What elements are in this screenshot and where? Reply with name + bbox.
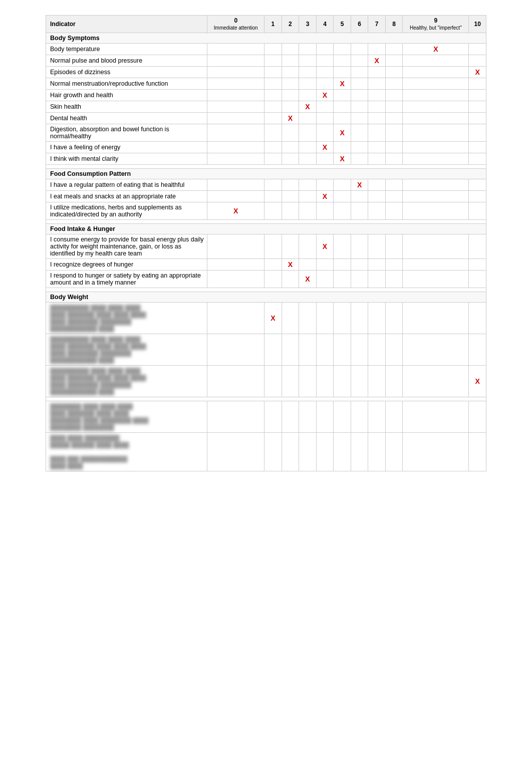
col-2: 2 (282, 16, 299, 33)
score-cell (264, 113, 282, 124)
score-cell (368, 366, 386, 397)
score-cell (316, 401, 334, 433)
score-cell (334, 271, 351, 288)
score-cell (299, 191, 317, 202)
score-cell (207, 179, 264, 191)
blurred-indicator-cell: ████ ████ ██████████████ ██████ ████ ███… (46, 433, 207, 471)
score-cell (351, 271, 368, 288)
score-cell (282, 124, 299, 142)
score-cell (207, 334, 264, 366)
score-cell (334, 303, 351, 334)
score-cell (316, 78, 334, 90)
score-cell (207, 153, 264, 165)
indicator-cell: Hair growth and health (46, 90, 207, 101)
score-cell (282, 366, 299, 397)
score-cell (316, 259, 334, 271)
score-cell (264, 44, 282, 55)
score-cell (351, 55, 368, 67)
spacer-row (46, 288, 486, 292)
score-cell (207, 303, 264, 334)
score-cell (316, 271, 334, 288)
indicator-cell: Episodes of dizziness (46, 67, 207, 78)
score-cell (282, 90, 299, 101)
score-cell (351, 334, 368, 366)
score-cell: X (316, 142, 334, 153)
score-cell (207, 259, 264, 271)
score-cell (316, 124, 334, 142)
indicator-cell: I eat meals and snacks at an appropriate… (46, 191, 207, 202)
score-cell (385, 259, 403, 271)
score-cell (368, 44, 386, 55)
x-mark: X (271, 314, 275, 322)
score-cell (368, 271, 386, 288)
table-row: ████████ ████ ████ ████████ ███████ ████… (46, 401, 486, 433)
score-cell (351, 44, 368, 55)
table-row: I eat meals and snacks at an appropriate… (46, 191, 486, 202)
score-cell: X (334, 78, 351, 90)
score-cell (207, 401, 264, 433)
table-row: ██████████ ████ ████ ████████ ███████ ██… (46, 334, 486, 366)
spacer-cell (46, 220, 486, 224)
score-cell (351, 101, 368, 113)
score-cell (403, 101, 469, 113)
score-cell (351, 90, 368, 101)
score-cell (469, 271, 486, 288)
score-cell (299, 366, 317, 397)
spacer-cell (46, 288, 486, 292)
table-header-row: Indicator 0Immediate attention 1 2 3 4 5… (46, 16, 486, 33)
table-row: Hair growth and healthX (46, 90, 486, 101)
score-cell (207, 78, 264, 90)
score-cell (264, 202, 282, 220)
score-cell (334, 44, 351, 55)
score-cell (334, 142, 351, 153)
score-cell (282, 179, 299, 191)
col-indicator: Indicator (46, 16, 207, 33)
score-cell (299, 303, 317, 334)
x-mark: X (323, 143, 327, 151)
score-cell (334, 401, 351, 433)
score-cell (282, 67, 299, 78)
score-cell (316, 67, 334, 78)
score-cell (403, 191, 469, 202)
table-row: ████ ████ ██████████████ ██████ ████ ███… (46, 433, 486, 471)
section-header-row: Food Intake & Hunger (46, 224, 486, 234)
score-cell (403, 78, 469, 90)
score-cell (264, 334, 282, 366)
x-mark: X (340, 129, 344, 137)
assessment-table: Indicator 0Immediate attention 1 2 3 4 5… (46, 15, 486, 471)
score-cell (282, 401, 299, 433)
score-cell (403, 334, 469, 366)
score-cell (299, 78, 317, 90)
indicator-cell: I recognize degrees of hunger (46, 259, 207, 271)
score-cell: X (469, 67, 486, 78)
score-cell (403, 124, 469, 142)
x-mark: X (340, 80, 344, 88)
indicator-cell: I think with mental clarity (46, 153, 207, 165)
table-row: I have a feeling of energyX (46, 142, 486, 153)
x-mark: X (323, 91, 327, 99)
score-cell (368, 67, 386, 78)
score-cell (469, 433, 486, 471)
score-cell (264, 401, 282, 433)
score-cell (334, 67, 351, 78)
score-cell (368, 101, 386, 113)
score-cell (299, 401, 317, 433)
score-cell (469, 113, 486, 124)
indicator-cell: ██████████ ████ ████ ████████ ███████ ██… (46, 334, 207, 366)
score-cell (469, 259, 486, 271)
score-cell: X (299, 101, 317, 113)
score-cell (469, 101, 486, 113)
score-cell (316, 113, 334, 124)
score-cell (385, 179, 403, 191)
score-cell (469, 191, 486, 202)
score-cell (368, 433, 386, 471)
score-cell (264, 433, 282, 471)
score-cell (351, 191, 368, 202)
table-row: I respond to hunger or satiety by eating… (46, 271, 486, 288)
indicator-cell: I have a feeling of energy (46, 142, 207, 153)
indicator-cell: Normal pulse and blood pressure (46, 55, 207, 67)
col-6: 6 (351, 16, 368, 33)
score-cell (207, 142, 264, 153)
score-cell (368, 142, 386, 153)
score-cell (385, 401, 403, 433)
